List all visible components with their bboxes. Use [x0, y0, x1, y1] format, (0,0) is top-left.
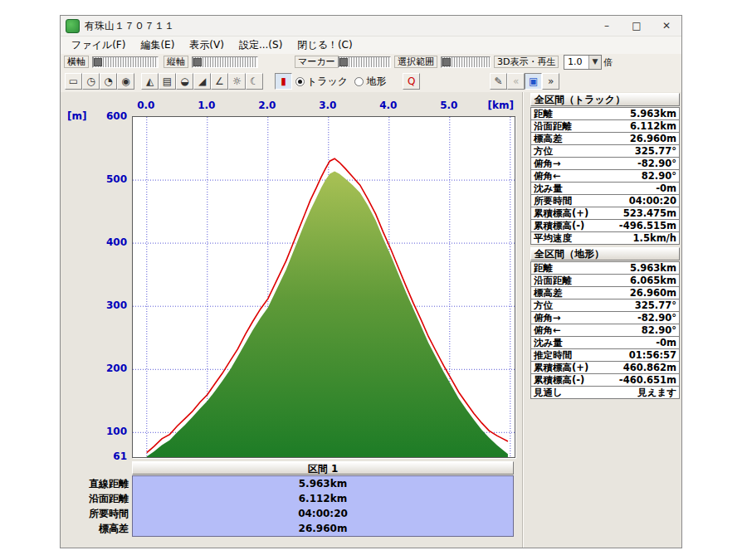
section-row-value: 6.112km	[133, 491, 513, 506]
marker-slider[interactable]	[338, 56, 391, 68]
terrain-area	[147, 171, 508, 457]
v-axis-slider[interactable]	[192, 56, 258, 68]
x-axis-unit-label: [km]	[486, 100, 514, 111]
x-tick-label: 1.0	[194, 100, 219, 111]
track-row-label: 累積標高(-)	[531, 220, 584, 231]
track-row-label: 方位	[531, 145, 553, 157]
menu-file[interactable]: ファイル(F)	[64, 37, 133, 54]
rewind-icon[interactable]: «	[507, 73, 525, 90]
window-title: 有珠山１７０７１１	[85, 19, 174, 33]
title-bar: 有珠山１７０７１１ – □ ✕	[61, 16, 681, 37]
close-button[interactable]: ✕	[652, 16, 681, 36]
terrain-row-value: 460.862m	[623, 362, 679, 373]
terrain-row: 沿面距離6.065km	[531, 275, 679, 287]
h-axis-slider[interactable]	[92, 56, 159, 68]
thermometer-icon[interactable]: ▮	[275, 73, 292, 90]
clock-digits-icon[interactable]: ◔	[100, 73, 117, 90]
section-row-value: 26.960m	[133, 521, 513, 536]
pen-off-icon[interactable]: ✎	[490, 73, 507, 90]
selection-slider[interactable]	[441, 56, 491, 68]
track-row-label: 俯角←	[531, 170, 561, 182]
track-row: 沈み量-0m	[531, 183, 679, 195]
h-axis-slider-handle[interactable]	[94, 58, 102, 66]
h-axis-label: 横軸	[64, 56, 89, 68]
playback-3d-label: 3D表示・再生	[494, 56, 559, 68]
v-axis-slider-handle[interactable]	[193, 58, 202, 66]
terrain-row: 推定時間01:56:57	[531, 349, 679, 362]
track-row-label: 標高差	[531, 133, 563, 144]
terrain-row: 俯角→-82.90°	[531, 312, 679, 324]
terrain-row: 距離5.963km	[531, 262, 679, 275]
terrain-row-label: 距離	[531, 262, 553, 274]
moon-icon[interactable]: ☾	[246, 73, 263, 90]
section-row-value: 04:00:20	[133, 506, 513, 521]
track-row-value: 26.960m	[630, 133, 679, 144]
terrain-row-label: 沈み量	[531, 337, 563, 348]
clock-icon[interactable]: ◷	[82, 73, 100, 90]
panel-divider	[522, 92, 524, 548]
angle-icon[interactable]: ∠	[211, 73, 228, 90]
terrain-row-label: 沿面距離	[531, 275, 572, 286]
app-window: 有珠山１７０７１１ – □ ✕ ファイル(F)編集(E)表示(V)設定...(S…	[60, 15, 682, 548]
terrain-row-label: 累積標高(-)	[531, 374, 584, 386]
chart-region: [m] [km] 区間 1 5.963km6.112km04:00:2026.9…	[61, 92, 681, 548]
marker-search-icon[interactable]: Q	[403, 73, 420, 90]
x-tick-label: 4.0	[376, 100, 401, 111]
track-row-value: 82.90°	[642, 170, 679, 182]
sun-icon[interactable]: ☼	[228, 73, 246, 90]
track-row: 累積標高(+)523.475m	[531, 207, 679, 220]
minimize-button[interactable]: –	[592, 16, 622, 36]
section-row-label: 所要時間	[61, 506, 129, 521]
section-row-label: 沿面距離	[61, 491, 129, 506]
zoom-group: Q	[403, 73, 420, 90]
play-icon[interactable]: »	[542, 73, 559, 90]
section-header: 区間 1	[132, 461, 514, 475]
chevron-down-icon[interactable]: ▼	[588, 56, 601, 69]
stopwatch-icon[interactable]: ◉	[117, 73, 134, 90]
elevation-chart-svg	[133, 117, 515, 457]
slope-icon[interactable]: ◢	[193, 73, 211, 90]
menu-view[interactable]: 表示(V)	[182, 37, 232, 54]
menu-edit[interactable]: 編集(E)	[133, 37, 182, 54]
terrain-row-value: -0m	[656, 337, 679, 348]
marker-label: マーカー	[295, 56, 339, 68]
terrain-row-label: 俯角→	[531, 312, 561, 324]
scale-value: 1.0	[568, 56, 583, 67]
scale-combobox[interactable]: 1.0 ▼	[564, 55, 602, 70]
menu-bar: ファイル(F)編集(E)表示(V)設定...(S)閉じる！(C)	[61, 37, 681, 55]
track-row: 距離5.963km	[531, 108, 679, 120]
menu-close[interactable]: 閉じる！(C)	[290, 37, 359, 54]
distance-axis-icon[interactable]: ▭	[65, 73, 82, 90]
selection-slider-handle[interactable]	[442, 58, 451, 66]
track-row-value: 04:00:20	[629, 195, 679, 207]
ruler-icon[interactable]: ▤	[159, 73, 176, 90]
time-display-group: ▭◷◔◉	[65, 73, 134, 90]
radio-terrain[interactable]: 地形	[354, 75, 386, 89]
track-row: 俯角←82.90°	[531, 170, 679, 183]
radio-track[interactable]: トラック	[295, 75, 348, 89]
track-row-label: 沿面距離	[531, 120, 572, 132]
terrain-row: 累積標高(+)460.862m	[531, 362, 679, 374]
elevation-profile-chart[interactable]	[132, 116, 515, 458]
track-row-value: -0m	[656, 183, 679, 194]
chart-plot	[133, 117, 515, 457]
maximize-button[interactable]: □	[622, 16, 652, 36]
terrain-row: 俯角←82.90°	[531, 324, 679, 337]
menu-settings[interactable]: 設定...(S)	[232, 37, 290, 54]
terrain-row-value: 01:56:57	[629, 349, 679, 361]
section-row-label: 標高差	[61, 521, 129, 536]
stop-icon[interactable]: ▣	[525, 73, 542, 90]
scale-unit-label: 倍	[603, 56, 613, 69]
terrain-row-label: 俯角←	[531, 324, 561, 336]
playback-group: ✎«▣»	[490, 73, 559, 90]
marker-slider-handle[interactable]	[339, 58, 348, 66]
track-row-label: 沈み量	[531, 183, 563, 194]
selection-label: 選択範囲	[394, 56, 437, 68]
track-panel-header: 全区間（トラック）	[530, 93, 680, 106]
track-row: 累積標高(-)-496.515m	[531, 220, 679, 232]
radio-group: トラック地形	[295, 75, 393, 89]
y-tick-label: 500	[90, 173, 127, 185]
y-tick-label: 61	[90, 450, 127, 462]
profile-graph-icon[interactable]: ◭	[141, 73, 159, 90]
gauge-icon[interactable]: ◒	[176, 73, 193, 90]
